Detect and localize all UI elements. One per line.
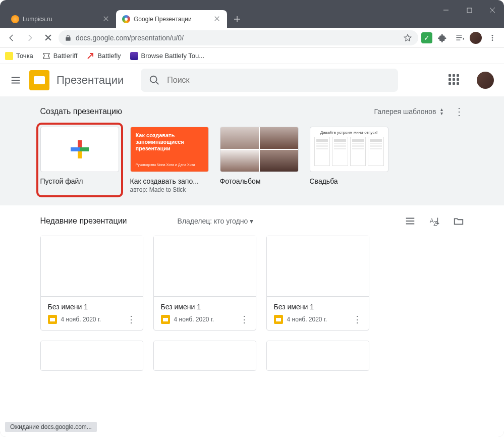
favicon-slides	[122, 15, 130, 23]
browser-window: Lumpics.ru Google Презентации docs.	[0, 0, 504, 437]
file-card[interactable]	[153, 341, 256, 371]
bookmark-tochka[interactable]: Точка	[5, 52, 33, 60]
unfold-icon: ▴▾	[440, 107, 443, 116]
reading-list-icon[interactable]	[453, 31, 467, 45]
chevron-down-icon: ▾	[250, 217, 253, 225]
bookmark-label: Battlefly	[97, 52, 121, 60]
template-thumb-orange: Как создавать запоминающиеся презентации…	[130, 127, 209, 172]
tab-title: Google Презентации	[134, 16, 210, 23]
file-card[interactable]: Без имени 1 4 нояб. 2020 г. ⋮	[40, 236, 143, 331]
file-thumb	[41, 341, 143, 371]
minimize-button[interactable]	[434, 0, 458, 20]
search-box[interactable]	[141, 69, 398, 92]
file-thumb	[41, 236, 143, 297]
close-window-button[interactable]	[481, 0, 504, 20]
svg-point-3	[492, 39, 493, 41]
bookmark-battlefly[interactable]: Battlefly	[86, 52, 121, 60]
file-thumb	[154, 236, 256, 297]
file-thumb	[154, 341, 256, 371]
sort-button[interactable]: AZ	[429, 215, 440, 227]
browser-menu-button[interactable]	[485, 30, 500, 45]
tab-title: Lumpics.ru	[23, 16, 99, 23]
google-apps-button[interactable]	[449, 74, 461, 86]
slides-file-icon	[274, 315, 283, 324]
file-thumb	[267, 236, 369, 297]
app-header: Презентации	[0, 64, 504, 96]
bookmark-icon	[130, 52, 138, 60]
file-card[interactable]: Без имени 1 4 нояб. 2020 г. ⋮	[266, 236, 369, 331]
files-grid: Без имени 1 4 нояб. 2020 г. ⋮ Без имени …	[40, 236, 464, 371]
owner-filter-dropdown[interactable]: Владелец: кто угодно ▾	[178, 217, 254, 225]
bookmark-star-icon[interactable]	[403, 33, 412, 42]
file-card[interactable]: Без имени 1 4 нояб. 2020 г. ⋮	[153, 236, 256, 331]
bookmark-label: Battleriff	[53, 52, 77, 60]
tab-google-slides[interactable]: Google Презентации	[116, 10, 227, 28]
search-input[interactable]	[167, 76, 390, 85]
bookmarks-bar: Точка Battleriff Battlefly Browse Battle…	[0, 48, 504, 64]
gallery-label: Галерея шаблонов	[374, 107, 436, 116]
bookmark-icon	[42, 52, 50, 60]
extensions-puzzle-icon[interactable]	[435, 31, 450, 45]
view-controls: AZ	[405, 215, 464, 227]
forward-button	[22, 30, 37, 45]
template-label: Свадьба	[310, 177, 388, 185]
url-text: docs.google.com/presentation/u/0/	[76, 34, 399, 42]
owner-filter-label: Владелец: кто угодно	[178, 217, 248, 225]
template-gallery-button[interactable]: Галерея шаблонов ▴▾	[374, 107, 442, 116]
slides-app: Презентации Создать презентацию Галерея …	[0, 64, 504, 371]
status-bar: Ожидание docs.google.com...	[5, 422, 97, 432]
template-wedding[interactable]: Давайте устроим мини-отпуск! Свадьба	[310, 127, 388, 193]
file-date: 4 нояб. 2020 г.	[287, 316, 349, 323]
template-thumb-photo	[220, 127, 299, 172]
list-view-button[interactable]	[405, 215, 416, 227]
templates-more-button[interactable]: ⋮	[454, 105, 464, 118]
new-tab-button[interactable]	[230, 12, 244, 26]
template-photoalbum[interactable]: Фотоальбом	[220, 127, 299, 193]
recent-heading: Недавние презентации	[40, 216, 127, 226]
profile-avatar-small[interactable]	[470, 32, 482, 44]
template-row: Пустой файл Как создавать запоминающиеся…	[40, 127, 464, 193]
stop-reload-button[interactable]	[40, 30, 55, 45]
recent-section: Недавние презентации Владелец: кто угодн…	[0, 205, 504, 371]
bookmark-icon	[5, 52, 13, 60]
file-more-button[interactable]: ⋮	[240, 314, 249, 325]
svg-point-4	[150, 76, 157, 83]
omnibox[interactable]: docs.google.com/presentation/u/0/	[59, 30, 418, 45]
template-blank[interactable]: Пустой файл	[40, 127, 119, 193]
file-more-button[interactable]: ⋮	[353, 314, 362, 325]
svg-point-1	[492, 35, 493, 36]
file-card[interactable]	[40, 341, 143, 371]
titlebar: Lumpics.ru Google Презентации	[0, 0, 504, 28]
file-name: Без имени 1	[274, 303, 362, 311]
thumb-title: Как создавать запоминающиеся презентации	[136, 132, 203, 152]
slides-logo-icon	[29, 70, 49, 90]
slides-file-icon	[48, 315, 57, 324]
extension-green-check[interactable]: ✓	[421, 32, 432, 43]
account-avatar[interactable]	[477, 72, 494, 89]
file-more-button[interactable]: ⋮	[127, 314, 136, 325]
app-title: Презентации	[57, 74, 124, 87]
tab-close-icon[interactable]	[214, 16, 221, 23]
tab-lumpics[interactable]: Lumpics.ru	[5, 10, 116, 28]
tab-close-icon[interactable]	[103, 16, 110, 23]
template-how-to[interactable]: Как создавать запоминающиеся презентации…	[130, 127, 209, 193]
lock-icon	[65, 34, 72, 41]
plus-icon	[71, 140, 89, 158]
address-bar: docs.google.com/presentation/u/0/ ✓	[0, 28, 504, 48]
back-button[interactable]	[4, 30, 19, 45]
main-menu-button[interactable]	[10, 75, 22, 86]
file-date: 4 нояб. 2020 г.	[61, 316, 123, 323]
bookmark-battleriff[interactable]: Battleriff	[42, 52, 77, 60]
templates-section: Создать презентацию Галерея шаблонов ▴▾ …	[0, 96, 504, 205]
bookmark-label: Точка	[16, 52, 33, 60]
thumb-title: Давайте устроим мини-отпуск!	[314, 130, 384, 135]
file-card[interactable]	[266, 341, 369, 371]
maximize-button[interactable]	[458, 0, 481, 20]
bookmark-battlefy[interactable]: Browse Battlefy Tou...	[130, 52, 205, 60]
templates-header: Создать презентацию Галерея шаблонов ▴▾ …	[40, 105, 464, 118]
template-thumb-blank	[40, 127, 119, 172]
recent-header: Недавние презентации Владелец: кто угодн…	[40, 215, 464, 227]
svg-point-2	[492, 37, 493, 38]
window-controls	[434, 0, 504, 20]
open-picker-button[interactable]	[453, 215, 464, 227]
